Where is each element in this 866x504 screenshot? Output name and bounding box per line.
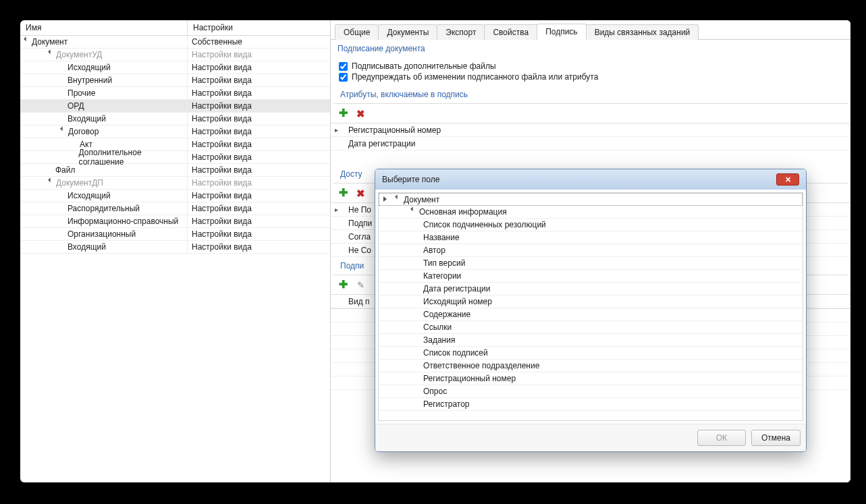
add-avail-button[interactable]: ✚: [336, 186, 350, 200]
dialog-tree-row[interactable]: Регистрационный номер: [379, 372, 803, 385]
tree-row[interactable]: ФайлНастройки вида: [20, 164, 330, 177]
grid-cell: Не По: [344, 205, 371, 215]
dialog-tree-row[interactable]: Задания: [379, 334, 803, 347]
tab-Общие[interactable]: Общие: [335, 24, 379, 40]
tree-row[interactable]: ДокументСобственные: [20, 36, 330, 49]
grid-cell: Дата регистрации: [344, 139, 415, 148]
tree-row[interactable]: РаспорядительныйНастройки вида: [20, 202, 330, 215]
tree-body[interactable]: ДокументСобственныеДокументУДНастройки в…: [20, 36, 330, 482]
dialog-tree-row[interactable]: Исходящий номер: [379, 296, 803, 308]
tabs-bar: ОбщиеДокументыЭкспортСвойстваПодписьВиды…: [331, 20, 850, 40]
section-attrs-title: Атрибуты, включаемые в подпись: [333, 86, 848, 104]
dialog-tree-row[interactable]: Опрос: [379, 385, 803, 398]
tree-node-settings: Настройки вида: [188, 63, 330, 72]
plus-icon: ✚: [339, 279, 348, 290]
dialog-tree-row[interactable]: Список подчиненных резолюций: [379, 219, 803, 231]
ok-button[interactable]: ОК: [697, 430, 746, 446]
tree-row[interactable]: ОрганизационныйНастройки вида: [20, 228, 330, 241]
chk-warn-change-label: Предупреждать об изменении подписанного …: [352, 72, 598, 82]
dialog-tree-label: Дата регистрации: [423, 284, 490, 293]
tree-row[interactable]: ДокументУДНастройки вида: [20, 49, 330, 61]
dialog-tree-row[interactable]: Содержание: [379, 308, 803, 321]
dialog-tree-row[interactable]: Ссылки: [379, 321, 803, 334]
remove-attr-button[interactable]: ✖: [354, 107, 367, 120]
tree-row[interactable]: ПрочиеНастройки вида: [20, 87, 330, 100]
tree-node-settings: Настройки вида: [188, 140, 330, 149]
tree-node-label: Входящий: [67, 114, 106, 123]
tab-Виды связанных заданий[interactable]: Виды связанных заданий: [586, 24, 699, 40]
dialog-tree-label: Список подписей: [423, 348, 488, 358]
tab-Свойства[interactable]: Свойства: [484, 24, 537, 40]
chk-sign-additional-label: Подписывать дополнительные файлы: [352, 61, 496, 71]
attrs-grid[interactable]: ▸Регистрационный номерДата регистрации: [331, 123, 850, 150]
dialog-tree-row[interactable]: Ответственное подразделение: [379, 360, 803, 372]
grid-row[interactable]: ▸Регистрационный номер: [331, 123, 850, 137]
chevron-down-icon[interactable]: [47, 179, 54, 186]
remove-avail-button[interactable]: ✖: [354, 186, 367, 200]
tree-row[interactable]: ДокументДПНастройки вида: [20, 177, 330, 190]
left-panel: Имя Настройки ДокументСобственныеДокумен…: [20, 20, 331, 482]
dialog-tree-label: Исходящий номер: [423, 297, 492, 306]
tree-row[interactable]: ДоговорНастройки вида: [20, 125, 330, 138]
tree-node-settings: Настройки вида: [188, 191, 330, 200]
app-window: Имя Настройки ДокументСобственныеДокумен…: [20, 20, 850, 482]
dialog-tree-row[interactable]: Категории: [379, 270, 803, 283]
tab-Экспорт[interactable]: Экспорт: [437, 24, 485, 40]
chevron-down-icon[interactable]: [47, 51, 54, 58]
pencil-icon: ✎: [357, 280, 364, 290]
cancel-button[interactable]: Отмена: [751, 430, 801, 446]
tree-node-settings: Настройки вида: [188, 76, 330, 85]
dialog-tree-row[interactable]: Автор: [379, 244, 803, 257]
dialog-tree-row[interactable]: Документ: [379, 193, 803, 206]
dialog-tree-row[interactable]: Дата регистрации: [379, 283, 803, 296]
chevron-down-icon[interactable]: [23, 38, 30, 45]
attrs-toolbar: ✚ ✖: [331, 104, 850, 123]
tree-row[interactable]: Информационно-справочныйНастройки вида: [20, 215, 330, 228]
dialog-close-button[interactable]: ✕: [776, 173, 799, 186]
tree-node-label: ДокументУД: [56, 50, 102, 59]
chk-warn-change[interactable]: Предупреждать об изменении подписанного …: [339, 72, 842, 82]
tree-node-label: Исходящий: [67, 191, 111, 200]
tree-header-name: Имя: [20, 20, 188, 35]
dialog-tree-label: Категории: [423, 271, 461, 281]
tree-node-settings: Настройки вида: [188, 242, 330, 252]
dialog-tree-row[interactable]: Список подписей: [379, 347, 803, 360]
edit-rule-button[interactable]: ✎: [354, 278, 367, 291]
tree-node-label: ОРД: [67, 101, 84, 111]
tab-Подпись[interactable]: Подпись: [537, 24, 587, 40]
dialog-tree-label: Документ: [404, 195, 439, 204]
tree-row[interactable]: ВходящийНастройки вида: [20, 241, 330, 254]
row-marker-icon: ▸: [335, 126, 344, 134]
chk-sign-additional-box[interactable]: [339, 62, 348, 71]
dialog-tree-label: Регистрационный номер: [423, 374, 516, 383]
grid-row[interactable]: Дата регистрации: [331, 137, 850, 150]
chevron-right-icon[interactable]: [383, 196, 390, 203]
chk-warn-change-box[interactable]: [339, 73, 348, 82]
tree-header: Имя Настройки: [20, 20, 330, 36]
tree-node-settings: Настройки вида: [188, 229, 330, 239]
dialog-tree[interactable]: ДокументОсновная информацияСписок подчин…: [378, 192, 803, 421]
row-marker-icon: ▸: [335, 206, 344, 213]
tree-row[interactable]: ВходящийНастройки вида: [20, 113, 330, 125]
dialog-tree-label: Основная информация: [419, 207, 507, 217]
tab-Документы[interactable]: Документы: [378, 24, 437, 40]
tree-row[interactable]: ВнутреннийНастройки вида: [20, 74, 330, 87]
dialog-tree-row[interactable]: Название: [379, 231, 803, 244]
tree-node-label: Документ: [32, 37, 67, 47]
tree-row[interactable]: ИсходящийНастройки вида: [20, 190, 330, 202]
close-icon: ✕: [785, 175, 791, 184]
tree-node-settings: Настройки вида: [188, 178, 330, 188]
dialog-titlebar[interactable]: Выберите поле ✕: [375, 169, 806, 190]
chevron-down-icon[interactable]: [59, 128, 66, 135]
add-attr-button[interactable]: ✚: [336, 107, 350, 120]
tree-row[interactable]: ИсходящийНастройки вида: [20, 61, 330, 74]
add-rule-button[interactable]: ✚: [336, 278, 350, 291]
chevron-down-icon[interactable]: [410, 208, 416, 215]
dialog-tree-row[interactable]: Регистратор: [379, 398, 803, 411]
chevron-down-icon[interactable]: [394, 196, 401, 203]
dialog-tree-row[interactable]: Основная информация: [379, 206, 803, 219]
tree-row[interactable]: Дополнительное соглашениеНастройки вида: [20, 151, 330, 164]
tree-row[interactable]: ОРДНастройки вида: [20, 100, 330, 113]
dialog-tree-row[interactable]: Тип версий: [379, 257, 803, 270]
chk-sign-additional[interactable]: Подписывать дополнительные файлы: [339, 61, 842, 71]
